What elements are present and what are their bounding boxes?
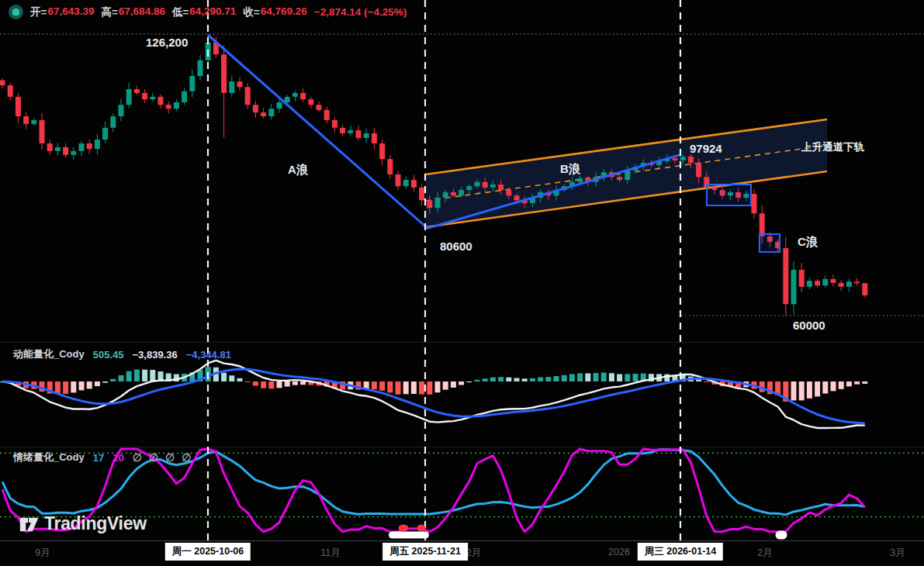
channel-label[interactable]: 上升通道下轨 xyxy=(801,140,864,154)
low-label: 低= xyxy=(172,5,189,19)
signal-pill-marker[interactable] xyxy=(389,532,429,539)
date-tag[interactable]: 周五 2025-11-21 xyxy=(382,543,468,561)
sentiment-legend: 情绪量化_Cody 17 20 ∅∅∅∅ xyxy=(13,450,191,464)
price-label-a-bottom: 80600 xyxy=(440,240,472,253)
close-value: 64,769.26 xyxy=(261,5,307,19)
wave-c-label[interactable]: C浪 xyxy=(798,235,818,250)
sentiment-slow-value: 20 xyxy=(112,452,123,464)
month-label: 3月 xyxy=(890,547,905,560)
sentiment-empty-slots: ∅∅∅∅ xyxy=(133,451,192,464)
series-icon[interactable] xyxy=(9,5,23,19)
empty-slot-icon: ∅ xyxy=(182,451,191,464)
date-tag[interactable]: 周一 2025-10-06 xyxy=(165,543,251,561)
wave-b-label[interactable]: B浪 xyxy=(560,162,580,177)
chart-canvas[interactable] xyxy=(0,0,924,566)
high-label: 高= xyxy=(101,5,117,19)
empty-slot-icon: ∅ xyxy=(133,451,142,464)
momentum-legend: 动能量化_Cody 505.45 −3,839.36 −4,344.81 xyxy=(13,347,231,361)
wave-a-label[interactable]: A浪 xyxy=(288,163,308,178)
open-label: 开= xyxy=(30,5,47,19)
month-label: 2月 xyxy=(757,547,772,560)
month-label: 2026 xyxy=(608,547,630,557)
sentiment-title[interactable]: 情绪量化_Cody xyxy=(13,450,85,464)
tradingview-logo-text: TradingView xyxy=(44,513,147,534)
consolidation-box[interactable] xyxy=(760,234,780,252)
signal-dot-marker[interactable] xyxy=(417,525,426,532)
price-label-c-bottom: 60000 xyxy=(793,319,825,332)
tradingview-chart: 开=67,643.39 高=67,684.86 低=64,290.71 收=64… xyxy=(0,0,924,566)
ohlc-legend: 开=67,643.39 高=67,684.86 低=64,290.71 收=64… xyxy=(9,5,407,19)
date-tag[interactable]: 周三 2026-01-14 xyxy=(638,543,723,561)
consolidation-box[interactable] xyxy=(707,185,751,205)
momentum-macd-value: −3,839.36 xyxy=(133,349,178,361)
momentum-signal-value: −4,344.81 xyxy=(186,349,231,361)
sentiment-fast-value: 17 xyxy=(93,452,104,464)
empty-slot-icon: ∅ xyxy=(149,451,158,464)
high-value: 67,684.86 xyxy=(119,5,165,19)
tradingview-logo-icon xyxy=(19,514,39,534)
change-value: −2,874.14 (−4.25%) xyxy=(314,6,407,18)
price-label-b-top: 97924 xyxy=(690,142,722,155)
close-label: 收= xyxy=(243,5,259,19)
month-label: 11月 xyxy=(320,547,340,560)
empty-slot-icon: ∅ xyxy=(165,451,175,464)
month-label: 9月 xyxy=(35,547,50,560)
open-value: 67,643.39 xyxy=(47,5,94,19)
low-value: 64,290.71 xyxy=(189,5,236,19)
momentum-title[interactable]: 动能量化_Cody xyxy=(13,347,85,361)
momentum-signal-line xyxy=(2,369,865,423)
tradingview-logo[interactable]: TradingView xyxy=(19,513,147,534)
momentum-histogram xyxy=(0,367,867,402)
price-label-peak: 126,200 xyxy=(146,36,188,49)
signal-dot-marker[interactable] xyxy=(399,525,409,532)
momentum-hist-value: 505.45 xyxy=(93,349,124,361)
momentum-macd-line xyxy=(2,361,865,428)
signal-pill-marker[interactable] xyxy=(776,531,787,540)
